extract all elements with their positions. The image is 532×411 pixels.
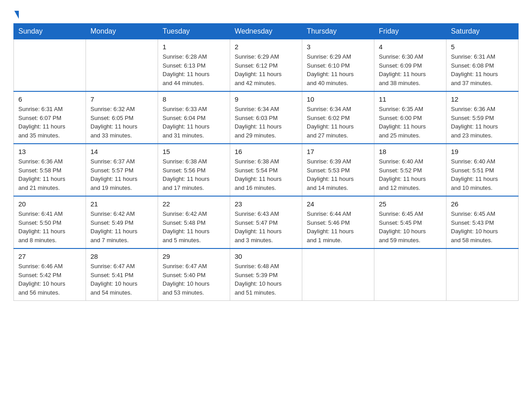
day-number: 26 [451, 200, 514, 208]
day-info: Sunrise: 6:31 AM Sunset: 6:08 PM Dayligh… [451, 52, 514, 87]
calendar-cell: 8Sunrise: 6:33 AM Sunset: 6:04 PM Daylig… [158, 91, 230, 144]
column-header-monday: Monday [86, 24, 158, 39]
calendar-cell: 25Sunrise: 6:45 AM Sunset: 5:45 PM Dayli… [374, 196, 446, 248]
day-info: Sunrise: 6:40 AM Sunset: 5:52 PM Dayligh… [379, 157, 442, 192]
day-info: Sunrise: 6:38 AM Sunset: 5:54 PM Dayligh… [235, 157, 297, 192]
day-info: Sunrise: 6:37 AM Sunset: 5:57 PM Dayligh… [90, 157, 153, 192]
day-number: 25 [379, 200, 442, 208]
day-number: 2 [235, 43, 297, 51]
day-number: 22 [163, 200, 225, 208]
column-header-tuesday: Tuesday [158, 24, 230, 39]
day-info: Sunrise: 6:29 AM Sunset: 6:12 PM Dayligh… [235, 52, 297, 87]
calendar-week-row: 6Sunrise: 6:31 AM Sunset: 6:07 PM Daylig… [14, 91, 519, 144]
day-info: Sunrise: 6:39 AM Sunset: 5:53 PM Dayligh… [307, 157, 369, 192]
day-info: Sunrise: 6:35 AM Sunset: 6:00 PM Dayligh… [379, 105, 442, 140]
calendar-cell: 28Sunrise: 6:47 AM Sunset: 5:41 PM Dayli… [86, 248, 158, 301]
day-info: Sunrise: 6:42 AM Sunset: 5:48 PM Dayligh… [163, 210, 225, 244]
day-info: Sunrise: 6:47 AM Sunset: 5:40 PM Dayligh… [163, 262, 225, 297]
day-number: 19 [451, 148, 514, 155]
calendar-cell [302, 248, 374, 301]
day-number: 15 [163, 148, 225, 155]
calendar-cell: 18Sunrise: 6:40 AM Sunset: 5:52 PM Dayli… [374, 144, 446, 196]
day-number: 7 [90, 95, 153, 103]
day-number: 11 [379, 95, 442, 103]
calendar-week-row: 20Sunrise: 6:41 AM Sunset: 5:50 PM Dayli… [14, 196, 519, 248]
day-number: 12 [451, 95, 514, 103]
calendar-cell: 6Sunrise: 6:31 AM Sunset: 6:07 PM Daylig… [14, 91, 86, 144]
day-number: 16 [235, 148, 297, 155]
column-header-saturday: Saturday [446, 24, 519, 39]
logo-triangle-icon [14, 11, 19, 19]
calendar-cell: 15Sunrise: 6:38 AM Sunset: 5:56 PM Dayli… [158, 144, 230, 196]
day-info: Sunrise: 6:34 AM Sunset: 6:02 PM Dayligh… [307, 105, 369, 140]
calendar-cell: 30Sunrise: 6:48 AM Sunset: 5:39 PM Dayli… [230, 248, 302, 301]
calendar-cell: 5Sunrise: 6:31 AM Sunset: 6:08 PM Daylig… [446, 39, 519, 92]
day-number: 27 [18, 253, 81, 260]
day-number: 23 [235, 200, 297, 208]
column-header-thursday: Thursday [302, 24, 374, 39]
calendar-cell: 3Sunrise: 6:29 AM Sunset: 6:10 PM Daylig… [302, 39, 374, 92]
calendar-header-row: SundayMondayTuesdayWednesdayThursdayFrid… [14, 24, 519, 39]
day-info: Sunrise: 6:36 AM Sunset: 5:58 PM Dayligh… [18, 157, 81, 192]
day-number: 1 [163, 43, 225, 51]
calendar-cell: 1Sunrise: 6:28 AM Sunset: 6:13 PM Daylig… [158, 39, 230, 92]
day-number: 20 [18, 200, 81, 208]
day-info: Sunrise: 6:31 AM Sunset: 6:07 PM Dayligh… [18, 105, 81, 140]
day-number: 30 [235, 253, 297, 260]
calendar-cell: 24Sunrise: 6:44 AM Sunset: 5:46 PM Dayli… [302, 196, 374, 248]
calendar-cell: 19Sunrise: 6:40 AM Sunset: 5:51 PM Dayli… [446, 144, 519, 196]
calendar-cell: 7Sunrise: 6:32 AM Sunset: 6:05 PM Daylig… [86, 91, 158, 144]
day-number: 9 [235, 95, 297, 103]
calendar-cell: 21Sunrise: 6:42 AM Sunset: 5:49 PM Dayli… [86, 196, 158, 248]
calendar-cell [374, 248, 446, 301]
day-number: 8 [163, 95, 225, 103]
calendar-cell [446, 248, 519, 301]
column-header-wednesday: Wednesday [230, 24, 302, 39]
calendar-cell: 16Sunrise: 6:38 AM Sunset: 5:54 PM Dayli… [230, 144, 302, 196]
calendar-cell: 12Sunrise: 6:36 AM Sunset: 5:59 PM Dayli… [446, 91, 519, 144]
day-number: 6 [18, 95, 81, 103]
day-info: Sunrise: 6:36 AM Sunset: 5:59 PM Dayligh… [451, 105, 514, 140]
day-number: 17 [307, 148, 369, 155]
calendar-cell [86, 39, 158, 92]
calendar-cell: 27Sunrise: 6:46 AM Sunset: 5:42 PM Dayli… [14, 248, 86, 301]
day-info: Sunrise: 6:45 AM Sunset: 5:43 PM Dayligh… [451, 210, 514, 244]
day-number: 29 [163, 253, 225, 260]
calendar-cell: 26Sunrise: 6:45 AM Sunset: 5:43 PM Dayli… [446, 196, 519, 248]
calendar-cell: 9Sunrise: 6:34 AM Sunset: 6:03 PM Daylig… [230, 91, 302, 144]
day-number: 5 [451, 43, 514, 51]
day-info: Sunrise: 6:43 AM Sunset: 5:47 PM Dayligh… [235, 210, 297, 244]
column-header-sunday: Sunday [14, 24, 86, 39]
column-header-friday: Friday [374, 24, 446, 39]
day-info: Sunrise: 6:41 AM Sunset: 5:50 PM Dayligh… [18, 210, 81, 244]
day-info: Sunrise: 6:30 AM Sunset: 6:09 PM Dayligh… [379, 52, 442, 87]
day-number: 10 [307, 95, 369, 103]
calendar-cell: 2Sunrise: 6:29 AM Sunset: 6:12 PM Daylig… [230, 39, 302, 92]
calendar-cell: 14Sunrise: 6:37 AM Sunset: 5:57 PM Dayli… [86, 144, 158, 196]
calendar-week-row: 1Sunrise: 6:28 AM Sunset: 6:13 PM Daylig… [14, 39, 519, 92]
day-number: 3 [307, 43, 369, 51]
day-number: 13 [18, 148, 81, 155]
day-info: Sunrise: 6:33 AM Sunset: 6:04 PM Dayligh… [163, 105, 225, 140]
calendar-week-row: 13Sunrise: 6:36 AM Sunset: 5:58 PM Dayli… [14, 144, 519, 196]
day-number: 4 [379, 43, 442, 51]
calendar-table: SundayMondayTuesdayWednesdayThursdayFrid… [13, 23, 519, 301]
calendar-cell: 20Sunrise: 6:41 AM Sunset: 5:50 PM Dayli… [14, 196, 86, 248]
day-info: Sunrise: 6:29 AM Sunset: 6:10 PM Dayligh… [307, 52, 369, 87]
logo-text [13, 9, 19, 19]
day-info: Sunrise: 6:28 AM Sunset: 6:13 PM Dayligh… [163, 52, 225, 87]
calendar-cell: 22Sunrise: 6:42 AM Sunset: 5:48 PM Dayli… [158, 196, 230, 248]
day-number: 21 [90, 200, 153, 208]
day-info: Sunrise: 6:42 AM Sunset: 5:49 PM Dayligh… [90, 210, 153, 244]
page-header [13, 9, 519, 19]
day-info: Sunrise: 6:48 AM Sunset: 5:39 PM Dayligh… [235, 262, 297, 297]
calendar-cell: 10Sunrise: 6:34 AM Sunset: 6:02 PM Dayli… [302, 91, 374, 144]
calendar-cell: 17Sunrise: 6:39 AM Sunset: 5:53 PM Dayli… [302, 144, 374, 196]
calendar-cell: 23Sunrise: 6:43 AM Sunset: 5:47 PM Dayli… [230, 196, 302, 248]
day-info: Sunrise: 6:46 AM Sunset: 5:42 PM Dayligh… [18, 262, 81, 297]
day-number: 18 [379, 148, 442, 155]
day-info: Sunrise: 6:38 AM Sunset: 5:56 PM Dayligh… [163, 157, 225, 192]
day-number: 14 [90, 148, 153, 155]
calendar-cell [14, 39, 86, 92]
calendar-week-row: 27Sunrise: 6:46 AM Sunset: 5:42 PM Dayli… [14, 248, 519, 301]
